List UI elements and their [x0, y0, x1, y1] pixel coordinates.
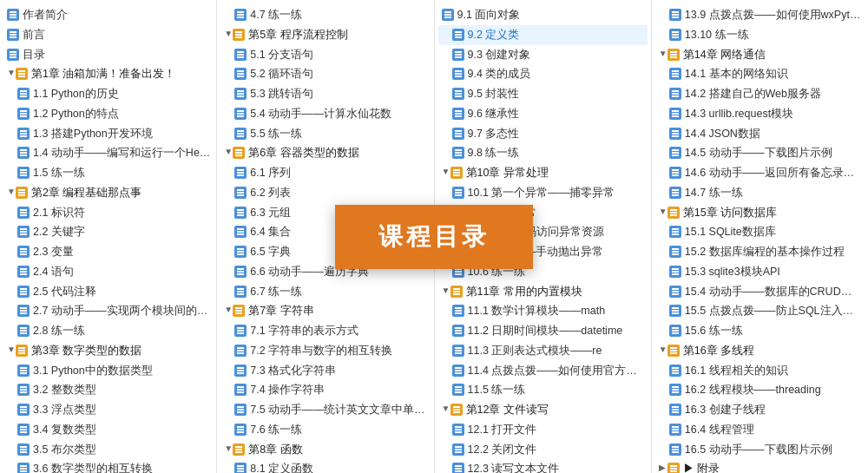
page-icon — [7, 29, 19, 41]
list-item[interactable]: 5.1 分支语句 — [220, 45, 430, 65]
expand-arrow-icon: ▼ — [224, 303, 231, 316]
list-item[interactable]: 11.5 练一练 — [438, 380, 648, 400]
list-item[interactable]: 4.7 练一练 — [220, 5, 430, 25]
list-item[interactable]: 6.7 练一练 — [220, 282, 430, 302]
list-item[interactable]: 6.2 列表 — [220, 183, 430, 203]
list-item[interactable]: ▼第16章 多线程 — [655, 341, 865, 361]
list-item[interactable]: 1.1 Python的历史 — [3, 84, 213, 104]
list-item[interactable]: 9.6 继承性 — [438, 104, 648, 124]
list-item[interactable]: 9.1 面向对象 — [438, 5, 648, 25]
list-item[interactable]: 12.2 关闭文件 — [438, 440, 648, 460]
list-item[interactable]: 5.3 跳转语句 — [220, 84, 430, 104]
list-item[interactable]: 10.1 第一个异常——捕零异常 — [438, 183, 648, 203]
list-item[interactable]: ▼第11章 常用的内置模块 — [438, 282, 648, 302]
toc-item-label: 9.1 面向对象 — [457, 7, 521, 23]
list-item[interactable]: ▼第1章 油箱加满！准备出发！ — [3, 64, 213, 84]
list-item[interactable]: ▶▶ 附录 — [655, 459, 865, 473]
list-item[interactable]: ▼第6章 容器类型的数据 — [220, 143, 430, 163]
list-item[interactable]: 前言 — [3, 25, 213, 45]
list-item[interactable]: 1.2 Python的特点 — [3, 104, 213, 124]
list-item[interactable]: 7.5 动动手——统计英文文章中单词出现的频率 — [220, 400, 430, 420]
list-item[interactable]: 11.2 日期时间模块——datetime — [438, 321, 648, 341]
list-item[interactable]: 16.5 动动手——下载图片示例 — [655, 440, 865, 460]
list-item[interactable]: 16.4 线程管理 — [655, 420, 865, 440]
list-item[interactable]: 9.8 练一练 — [438, 143, 648, 163]
list-item[interactable]: 15.6 练一练 — [655, 321, 865, 341]
page-icon — [17, 266, 30, 278]
list-item[interactable]: 9.4 类的成员 — [438, 64, 648, 84]
list-item[interactable]: 14.5 动动手——下载图片示例 — [655, 143, 865, 163]
list-item[interactable]: 13.10 练一练 — [655, 25, 865, 45]
list-item[interactable]: 15.5 点拨点拨——防止SQL注入攻击 — [655, 301, 865, 321]
list-item[interactable]: 2.5 代码注释 — [3, 282, 213, 302]
list-item[interactable]: 7.3 格式化字符串 — [220, 361, 430, 381]
list-item[interactable]: 3.2 整数类型 — [3, 380, 213, 400]
list-item[interactable]: 3.1 Python中的数据类型 — [3, 361, 213, 381]
list-item[interactable]: 7.4 操作字符串 — [220, 380, 430, 400]
list-item[interactable]: 1.4 动动手——编写和运行一个Hello World程序 — [3, 143, 213, 163]
list-item[interactable]: 15.3 sqlite3模块API — [655, 262, 865, 282]
list-item[interactable]: 7.6 练一练 — [220, 420, 430, 440]
list-item[interactable]: 16.3 创建子线程 — [655, 400, 865, 420]
list-item[interactable]: ▼第5章 程序流程控制 — [220, 25, 430, 45]
list-item[interactable]: 11.4 点拨点拨——如何使用官方文档查找模块帮助信息 — [438, 361, 648, 381]
list-item[interactable]: 14.6 动动手——返回所有备忘录信息 — [655, 163, 865, 183]
list-item[interactable]: 14.1 基本的网络知识 — [655, 64, 865, 84]
list-item[interactable]: 2.1 标识符 — [3, 203, 213, 223]
toc-item-label: 4.7 练一练 — [250, 7, 302, 23]
list-item[interactable]: 16.1 线程相关的知识 — [655, 361, 865, 381]
list-item[interactable]: 9.3 创建对象 — [438, 45, 648, 65]
page-icon — [17, 424, 30, 436]
list-item[interactable]: 2.3 变量 — [3, 242, 213, 262]
list-item[interactable]: ▼第15章 访问数据库 — [655, 203, 865, 223]
list-item[interactable]: 7.1 字符串的表示方式 — [220, 321, 430, 341]
list-item[interactable]: ▼第7章 字符串 — [220, 301, 430, 321]
list-item[interactable]: 5.2 循环语句 — [220, 64, 430, 84]
list-item[interactable]: 2.2 关键字 — [3, 222, 213, 242]
list-item[interactable]: 12.3 读写文本文件 — [438, 459, 648, 473]
list-item[interactable]: 12.1 打开文件 — [438, 420, 648, 440]
list-item[interactable]: 2.7 动动手——实现两个模块间的代码元素访问 — [3, 301, 213, 321]
list-item[interactable]: 8.1 定义函数 — [220, 459, 430, 473]
toc-item-label: 7.3 格式化字符串 — [250, 363, 336, 379]
list-item[interactable]: 2.4 语句 — [3, 262, 213, 282]
list-item[interactable]: 15.2 数据库编程的基本操作过程 — [655, 242, 865, 262]
list-item[interactable]: 1.5 练一练 — [3, 163, 213, 183]
page-icon — [452, 68, 464, 80]
list-item[interactable]: 15.4 动动手——数据库的CRUD操作示例 — [655, 282, 865, 302]
list-item[interactable]: 9.7 多态性 — [438, 124, 648, 144]
list-item[interactable]: 3.3 浮点类型 — [3, 400, 213, 420]
list-item[interactable]: 7.2 字符串与数字的相互转换 — [220, 341, 430, 361]
list-item[interactable]: 3.6 数字类型的相互转换 — [3, 459, 213, 473]
list-item[interactable]: 16.2 线程模块——threading — [655, 380, 865, 400]
list-item[interactable]: ▼第2章 编程基础那点事 — [3, 183, 213, 203]
toc-item-label: 11.5 练一练 — [468, 382, 526, 398]
list-item[interactable]: 15.1 SQLite数据库 — [655, 222, 865, 242]
list-item[interactable]: 6.1 序列 — [220, 163, 430, 183]
list-item[interactable]: 3.5 布尔类型 — [3, 440, 213, 460]
list-item[interactable]: 11.1 数学计算模块——math — [438, 301, 648, 321]
list-item[interactable]: 9.5 封装性 — [438, 84, 648, 104]
list-item[interactable]: 5.5 练一练 — [220, 124, 430, 144]
list-item[interactable]: ▼第10章 异常处理 — [438, 163, 648, 183]
list-item[interactable]: 9.2 定义类 — [438, 25, 648, 45]
list-item[interactable]: ▼第12章 文件读写 — [438, 400, 648, 420]
list-item[interactable]: 11.3 正则表达式模块——re — [438, 341, 648, 361]
toc-item-label: 7.1 字符串的表示方式 — [250, 323, 358, 339]
list-item[interactable]: 作者简介 — [3, 5, 213, 25]
toc-item-label: 7.6 练一练 — [250, 422, 302, 438]
list-item[interactable]: 3.4 复数类型 — [3, 420, 213, 440]
list-item[interactable]: 14.7 练一练 — [655, 183, 865, 203]
list-item[interactable]: 14.4 JSON数据 — [655, 124, 865, 144]
list-item[interactable]: ▼第14章 网络通信 — [655, 45, 865, 65]
list-item[interactable]: 1.3 搭建Python开发环境 — [3, 124, 213, 144]
list-item[interactable]: ▼第8章 函数 — [220, 440, 430, 460]
list-item[interactable]: 14.3 urllib.request模块 — [655, 104, 865, 124]
list-item[interactable]: 13.9 点拨点拨——如何使用wxPython官方文档 — [655, 5, 865, 25]
list-item[interactable]: 14.2 搭建自己的Web服务器 — [655, 84, 865, 104]
list-item[interactable]: 2.8 练一练 — [3, 321, 213, 341]
expand-arrow-icon: ▼ — [7, 66, 14, 79]
list-item[interactable]: 5.4 动动手——计算水仙花数 — [220, 104, 430, 124]
list-item[interactable]: ▼第3章 数字类型的数据 — [3, 341, 213, 361]
list-item[interactable]: 目录 — [3, 45, 213, 65]
